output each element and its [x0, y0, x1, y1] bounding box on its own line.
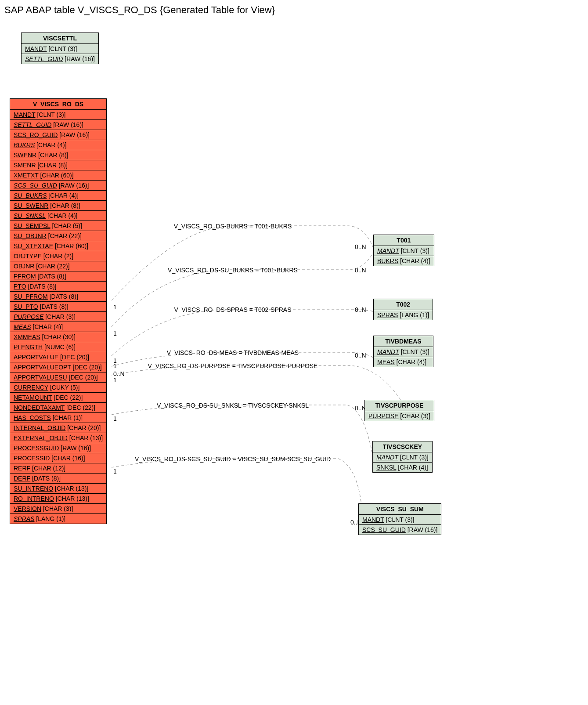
field-name: SMENR [14, 162, 36, 169]
field-name: MANDT [376, 454, 398, 461]
field-row: SETTL_GUID [RAW (16)] [10, 120, 106, 130]
field-name: APPORTVALUE [14, 354, 58, 361]
field-type: [CHAR (4)] [31, 323, 63, 330]
field-row: PLENGTH [NUMC (6)] [10, 342, 106, 352]
field-row: APPORTVALUEOPT [DEC (20)] [10, 362, 106, 372]
rel-label-7: V_VISCS_RO_DS-SCS_SU_GUID = VISCS_SU_SUM… [135, 456, 331, 463]
field-name: NETAMOUNT [14, 394, 52, 401]
field-type: [CHAR (8)] [36, 162, 68, 169]
field-type: [CHAR (3)] [41, 505, 73, 512]
field-name: SU_SEMPSL [14, 222, 51, 229]
field-row: MANDT [CLNT (3)] [374, 347, 433, 357]
field-row: EXTERNAL_OBJID [CHAR (13)] [10, 433, 106, 443]
field-name: CURRENCY [14, 384, 48, 391]
field-name: MANDT [14, 111, 36, 118]
rel-label-6: V_VISCS_RO_DS-SU_SNKSL = TIVSCSCKEY-SNKS… [157, 402, 309, 409]
field-name: BUKRS [377, 257, 398, 264]
field-type: [CHAR (2)] [42, 253, 73, 260]
field-row: SPRAS [LANG (1)] [374, 310, 433, 320]
card-extra-l: 1 [113, 376, 117, 383]
field-row: MANDT [CLNT (3)] [374, 246, 434, 256]
field-row: BUKRS [CHAR (4)] [10, 140, 106, 150]
card-4l: 1 [113, 362, 117, 369]
rel-label-1: V_VISCS_RO_DS-BUKRS = T001-BUKRS [174, 223, 292, 230]
field-type: [DEC (20)] [58, 354, 89, 361]
field-type: [DEC (20)] [71, 364, 102, 371]
field-type: [RAW (16)] [58, 131, 90, 138]
field-name: PROCESSID [14, 455, 50, 462]
field-row: BUKRS [CHAR (4)] [374, 256, 434, 266]
field-row: SU_OBJNR [CHAR (22)] [10, 231, 106, 241]
field-type: [CHAR (22)] [34, 263, 69, 270]
field-name: OBJNR [14, 263, 34, 270]
field-name: HAS_COSTS [14, 414, 51, 421]
field-row: INTERNAL_OBJID [CHAR (20)] [10, 423, 106, 433]
field-type: [CHAR (4)] [398, 257, 430, 264]
entity-t001: T001 MANDT [CLNT (3)]BUKRS [CHAR (4)] [373, 235, 434, 266]
field-type: [DATS (8)] [48, 293, 78, 300]
field-row: NONDEDTAXAMT [DEC (22)] [10, 403, 106, 413]
field-name: VERSION [14, 505, 41, 512]
field-row: MANDT [CLNT (3)] [22, 44, 98, 54]
field-name: INTERNAL_OBJID [14, 424, 65, 431]
field-row: PFROM [DATS (8)] [10, 271, 106, 282]
field-type: [CHAR (4)] [46, 212, 77, 219]
field-row: SU_PTO [DATS (8)] [10, 302, 106, 312]
field-name: RO_INTRENO [14, 495, 54, 502]
field-row: CURRENCY [CUKY (5)] [10, 383, 106, 393]
entity-tivbdmeas: TIVBDMEAS MANDT [CLNT (3)]MEAS [CHAR (4)… [373, 336, 433, 367]
field-name: SU_PFROM [14, 293, 48, 300]
card-2l: 1 [113, 330, 117, 337]
field-row: MEAS [CHAR (4)] [10, 322, 106, 332]
field-type: [DEC (22)] [52, 394, 83, 401]
field-row: PROCESSID [CHAR (16)] [10, 453, 106, 463]
field-type: [DATS (8)] [38, 303, 69, 310]
field-row: MEAS [CHAR (4)] [374, 357, 433, 367]
field-row: MANDT [CLNT (3)] [373, 452, 432, 463]
field-type: [CHAR (13)] [54, 495, 89, 502]
field-name: MANDT [362, 516, 384, 523]
field-type: [CHAR (8)] [48, 202, 80, 209]
field-row: SU_SWENR [CHAR (8)] [10, 201, 106, 211]
field-name: PROCESSGUID [14, 445, 59, 452]
field-type: [LANG (1)] [398, 311, 429, 318]
field-type: [DEC (22)] [65, 404, 95, 411]
field-name: PURPOSE [14, 313, 43, 320]
field-name: SU_BUKRS [14, 192, 47, 199]
field-row: SETTL_GUID [RAW (16)] [22, 54, 98, 64]
field-name: SU_INTRENO [14, 485, 53, 492]
field-type: [DATS (8)] [36, 273, 66, 280]
field-type: [CHAR (60)] [53, 242, 88, 249]
field-type: [CHAR (13)] [53, 485, 88, 492]
field-name: MEAS [377, 358, 395, 365]
page-title: SAP ABAP table V_VISCS_RO_DS {Generated … [4, 4, 588, 16]
field-row: APPORTVALUE [DEC (20)] [10, 352, 106, 362]
field-row: RO_INTRENO [CHAR (13)] [10, 494, 106, 504]
field-row: XMETXT [CHAR (60)] [10, 170, 106, 181]
field-row: PROCESSGUID [RAW (16)] [10, 443, 106, 453]
card-1r: 0..N [355, 243, 366, 250]
field-name: PTO [14, 283, 26, 290]
field-type: [CHAR (16)] [50, 455, 85, 462]
entity-viscs-su-sum: VISCS_SU_SUM MANDT [CLNT (3)]SCS_SU_GUID… [358, 503, 441, 535]
field-type: [DATS (8)] [26, 283, 57, 290]
field-row: OBJTYPE [CHAR (2)] [10, 251, 106, 261]
field-name: XMETXT [14, 172, 39, 179]
entity-head: VISCSETTL [22, 33, 98, 44]
field-row: XMMEAS [CHAR (30)] [10, 332, 106, 342]
card-4r: 0..N [355, 352, 366, 359]
field-type: [RAW (16)] [59, 445, 91, 452]
field-type: [CHAR (30)] [40, 333, 76, 340]
field-name: MANDT [377, 348, 399, 355]
field-type: [CHAR (3)] [43, 313, 75, 320]
field-type: [CHAR (3)] [398, 412, 430, 419]
field-name: SPRAS [377, 311, 398, 318]
entity-head: VISCS_SU_SUM [359, 504, 441, 515]
field-name: DERF [14, 475, 30, 482]
field-name: SU_PTO [14, 303, 38, 310]
field-name: SU_SNKSL [14, 212, 46, 219]
field-type: [CHAR (4)] [47, 192, 78, 199]
field-type: [CHAR (1)] [51, 414, 83, 421]
field-type: [CHAR (5)] [51, 222, 82, 229]
entity-viscsettl: VISCSETTL MANDT [CLNT (3)]SETTL_GUID [RA… [21, 33, 99, 64]
